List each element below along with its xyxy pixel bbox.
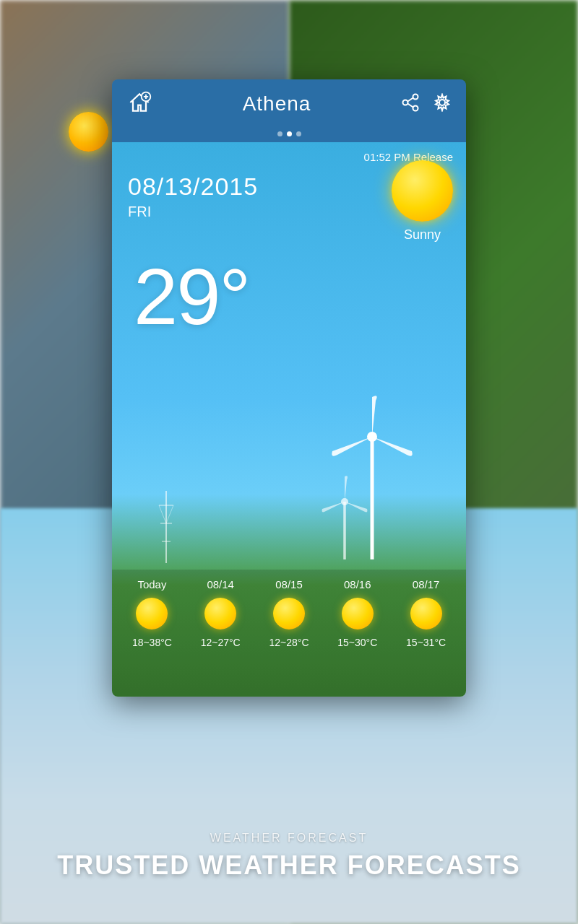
wind-turbine-illustration	[322, 393, 423, 562]
svg-line-6	[407, 98, 413, 102]
dot-1[interactable]	[277, 131, 282, 136]
share-button[interactable]	[401, 93, 420, 115]
forecast-icon-3	[342, 598, 374, 629]
page-dots	[112, 128, 466, 142]
svg-point-4	[403, 100, 408, 105]
day-display: FRI	[128, 204, 258, 220]
power-mast	[155, 491, 177, 566]
forecast-day-today: Today 18~38°C	[118, 578, 186, 648]
svg-point-10	[367, 432, 377, 442]
svg-point-12	[341, 498, 348, 505]
svg-line-7	[407, 104, 413, 108]
forecast-icon-2	[273, 598, 305, 629]
forecast-label-today: Today	[137, 578, 166, 590]
forecast-icon-4	[410, 598, 442, 629]
forecast-temp-3: 15~30°C	[337, 637, 377, 648]
forecast-icon-1	[204, 598, 236, 629]
svg-line-17	[159, 505, 166, 523]
temperature-display: 29°	[134, 250, 249, 342]
date-display: 08/13/2015	[128, 173, 258, 201]
forecast-temp-today: 18~38°C	[132, 637, 172, 648]
svg-point-8	[439, 100, 445, 105]
weather-condition-icon: Sunny	[392, 160, 453, 222]
forecast-label-2: 08/15	[275, 578, 303, 590]
background-sun	[69, 112, 108, 152]
forecast-label-4: 08/17	[413, 578, 440, 590]
forecast-label-3: 08/16	[344, 578, 371, 590]
settings-button[interactable]	[433, 93, 452, 115]
svg-line-18	[166, 505, 173, 523]
condition-label: Sunny	[392, 227, 453, 243]
forecast-icon-today	[136, 598, 168, 629]
forecast-day-4: 08/17 15~31°C	[392, 578, 460, 648]
date-section: 08/13/2015 FRI	[128, 173, 258, 220]
weather-main: 01:52 PM Release 08/13/2015 FRI Sunny 29…	[112, 142, 466, 697]
dot-2[interactable]	[287, 131, 292, 136]
app-title: Athena	[243, 92, 311, 116]
forecast-section: Today 18~38°C 08/14 12~27°C 08/15 12~28°…	[112, 570, 466, 697]
forecast-day-2: 08/15 12~28°C	[255, 578, 324, 648]
promo-section: WEATHER FORECAST TRUSTED WEATHER FORECAS…	[0, 700, 578, 924]
forecast-label-1: 08/14	[207, 578, 234, 590]
promo-title: TRUSTED WEATHER FORECASTS	[57, 850, 520, 881]
weather-app: Athena	[112, 79, 466, 697]
forecast-day-3: 08/16 15~30°C	[323, 578, 392, 648]
forecast-temp-1: 12~27°C	[201, 637, 241, 648]
forecast-day-1: 08/14 12~27°C	[186, 578, 255, 648]
svg-point-5	[413, 106, 418, 111]
forecast-temp-4: 15~31°C	[406, 637, 446, 648]
home-add-button[interactable]	[126, 90, 152, 118]
app-header: Athena	[112, 79, 466, 128]
header-icons	[401, 93, 452, 115]
sun-circle	[392, 160, 453, 222]
promo-subtitle: WEATHER FORECAST	[210, 832, 368, 845]
dot-3[interactable]	[296, 131, 301, 136]
svg-point-3	[413, 95, 418, 100]
forecast-days-list: Today 18~38°C 08/14 12~27°C 08/15 12~28°…	[112, 570, 466, 648]
forecast-temp-2: 12~28°C	[269, 637, 309, 648]
